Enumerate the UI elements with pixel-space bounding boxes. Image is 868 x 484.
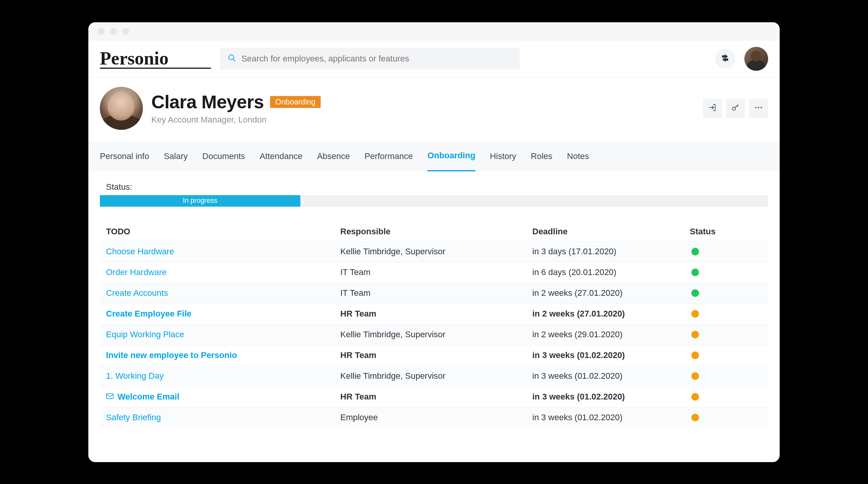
status-dot-orange <box>691 351 699 359</box>
svg-line-1 <box>233 59 235 61</box>
col-todo: TODO <box>106 227 340 237</box>
window-close-dot[interactable] <box>98 28 104 35</box>
tab-attendance[interactable]: Attendance <box>260 141 302 171</box>
svg-marker-3 <box>722 55 728 58</box>
svg-marker-4 <box>722 58 728 61</box>
deadline-cell: in 2 weeks (29.01.2020) <box>532 330 690 340</box>
deadline-cell: in 3 weeks (01.02.2020) <box>532 413 690 423</box>
col-responsible: Responsible <box>340 227 532 237</box>
tab-notes[interactable]: Notes <box>567 141 589 171</box>
todo-link[interactable]: Invite new employee to Personio <box>106 350 340 360</box>
responsible-cell: IT Team <box>340 267 532 277</box>
deadline-cell: in 3 days (17.01.2020) <box>532 247 690 257</box>
app-window: Personio Clara Meyers Onboarding Key Acc… <box>88 22 780 462</box>
status-dot-orange <box>691 393 699 401</box>
todo-text: Welcome Email <box>118 392 179 402</box>
table-row: Create Employee FileHR Teamin 2 weeks (2… <box>100 303 768 324</box>
logo[interactable]: Personio <box>100 49 211 69</box>
search-box[interactable] <box>220 48 520 70</box>
table-row: 1. Working DayKellie Timbridge, Supervis… <box>100 366 768 386</box>
employee-avatar <box>100 87 143 130</box>
status-cell <box>690 289 762 297</box>
tab-performance[interactable]: Performance <box>364 141 413 171</box>
profile-header: Clara Meyers Onboarding Key Account Mana… <box>88 78 780 141</box>
progress-fill: In progress <box>100 195 300 207</box>
status-cell <box>690 269 762 276</box>
svg-point-0 <box>229 55 234 60</box>
search-icon <box>228 54 236 64</box>
more-icon <box>754 103 763 114</box>
status-dot-orange <box>691 414 699 421</box>
todo-text: Create Employee File <box>106 309 192 319</box>
topbar: Personio <box>88 41 780 78</box>
status-dot-orange <box>691 372 699 380</box>
more-button[interactable] <box>749 99 768 118</box>
current-user-avatar[interactable] <box>744 47 768 71</box>
tab-roles[interactable]: Roles <box>531 141 552 171</box>
todo-link[interactable]: Safety Briefing <box>106 413 340 423</box>
responsible-cell: Employee <box>340 413 532 423</box>
table-row: Order HardwareIT Teamin 6 days (20.01.20… <box>100 262 768 283</box>
status-dot-orange <box>691 331 699 338</box>
status-cell <box>690 393 762 401</box>
window-zoom-dot[interactable] <box>122 28 129 35</box>
status-cell <box>690 372 762 380</box>
status-dot-green <box>691 289 699 297</box>
status-dot-green <box>691 269 699 276</box>
todo-link[interactable]: Equip Working Place <box>106 330 340 340</box>
logo-text: Personio <box>100 49 211 69</box>
table-row: Safety BriefingEmployeein 3 weeks (01.02… <box>100 407 768 428</box>
onboarding-table: TODO Responsible Deadline Status Choose … <box>100 222 768 428</box>
responsible-cell: Kellie Timbridge, Supervisor <box>340 371 532 381</box>
col-status: Status <box>690 227 762 237</box>
mail-icon <box>106 392 114 402</box>
employee-name: Clara Meyers <box>151 91 264 113</box>
tab-history[interactable]: History <box>490 141 516 171</box>
deadline-cell: in 3 weeks (01.02.2020) <box>532 371 690 381</box>
tab-absence[interactable]: Absence <box>317 141 350 171</box>
todo-link[interactable]: Order Hardware <box>106 267 340 277</box>
todo-link[interactable]: Choose Hardware <box>106 247 340 257</box>
status-badge: Onboarding <box>270 96 321 108</box>
todo-link[interactable]: Create Employee File <box>106 309 340 319</box>
content-area: Status: In progress TODO Responsible Dea… <box>88 171 780 428</box>
status-cell <box>690 248 762 255</box>
responsible-cell: HR Team <box>340 350 532 360</box>
tab-onboarding[interactable]: Onboarding <box>427 141 475 171</box>
todo-text: Create Accounts <box>106 288 168 298</box>
table-row: Equip Working PlaceKellie Timbridge, Sup… <box>100 324 768 345</box>
deadline-cell: in 3 weeks (01.02.2020) <box>532 392 690 402</box>
progress-track: In progress <box>100 195 768 207</box>
responsible-cell: Kellie Timbridge, Supervisor <box>340 330 532 340</box>
employee-subtitle: Key Account Manager, London <box>151 115 321 125</box>
svg-rect-9 <box>106 394 113 399</box>
key-button[interactable] <box>726 99 745 118</box>
status-cell <box>690 331 762 338</box>
window-minimize-dot[interactable] <box>110 28 117 35</box>
window-titlebar <box>88 22 780 41</box>
tab-documents[interactable]: Documents <box>202 141 245 171</box>
deadline-cell: in 2 weeks (27.01.2020) <box>532 309 690 319</box>
deadline-cell: in 6 days (20.01.2020) <box>532 267 690 277</box>
todo-text: Choose Hardware <box>106 247 174 257</box>
status-dot-orange <box>691 310 699 318</box>
tab-salary[interactable]: Salary <box>164 141 187 171</box>
status-cell <box>690 351 762 359</box>
svg-point-7 <box>758 107 759 108</box>
responsible-cell: HR Team <box>340 392 532 402</box>
search-input[interactable] <box>242 54 512 64</box>
profile-title-block: Clara Meyers Onboarding Key Account Mana… <box>151 91 321 125</box>
responsible-cell: HR Team <box>340 309 532 319</box>
deadline-cell: in 3 weeks (01.02.2020) <box>532 350 690 360</box>
login-as-button[interactable] <box>703 99 722 118</box>
todo-text: Equip Working Place <box>106 330 184 340</box>
navigation-icon-button[interactable] <box>715 49 735 69</box>
svg-point-5 <box>732 107 735 110</box>
todo-link[interactable]: Welcome Email <box>106 392 340 402</box>
todo-link[interactable]: 1. Working Day <box>106 371 340 381</box>
login-icon <box>708 103 717 114</box>
todo-link[interactable]: Create Accounts <box>106 288 340 298</box>
tab-personal-info[interactable]: Personal info <box>100 141 149 171</box>
todo-text: Safety Briefing <box>106 413 161 423</box>
todo-text: Invite new employee to Personio <box>106 350 237 360</box>
